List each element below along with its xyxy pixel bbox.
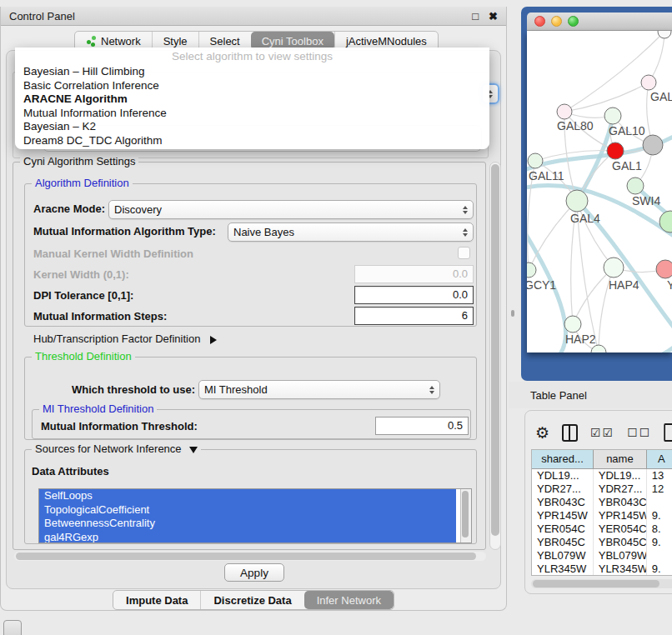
node-gal4[interactable] <box>566 190 588 212</box>
table-row[interactable]: YBR045CYBR045C9. <box>532 536 672 549</box>
edge[interactable] <box>564 82 649 112</box>
close-traffic-button[interactable] <box>534 16 545 27</box>
node-gal[interactable] <box>641 75 656 90</box>
node-hap2[interactable] <box>564 316 581 332</box>
node-unlabeled[interactable] <box>643 135 663 155</box>
close-icon[interactable]: ✖ <box>489 10 498 22</box>
collapsed-arrow-icon <box>210 336 217 344</box>
node-swi4[interactable] <box>627 178 644 194</box>
table-row[interactable]: YPR145WYPR145W9. <box>532 509 672 522</box>
table-panel: ⚙ ☑☑ ☐☐ shared...nameA YDL19...YDL19...1… <box>524 410 672 594</box>
cyni-settings-legend: Cyni Algorithm Settings <box>20 155 138 168</box>
which-threshold-select[interactable]: MI Threshold <box>198 380 440 399</box>
table-cell: YBR043C <box>532 496 594 509</box>
threshold-definition-legend: Threshold Definition <box>32 350 135 362</box>
settings-horizontal-scrollbar[interactable] <box>14 552 486 561</box>
zoom-traffic-button[interactable] <box>568 16 579 27</box>
split-columns-icon[interactable] <box>562 424 578 442</box>
node-label: GAL1 <box>612 159 642 172</box>
page-icon[interactable] <box>664 423 672 442</box>
attribute-item[interactable]: TopologicalCoefficient <box>39 503 456 518</box>
table-cell: 8. <box>647 522 672 536</box>
algorithm-option[interactable]: Basic Correlation Inference <box>15 79 489 93</box>
tab-infer-network[interactable]: Infer Network <box>304 591 394 609</box>
mi-threshold-input[interactable]: 0.5 <box>375 417 469 435</box>
node-gal11[interactable] <box>528 153 543 168</box>
network-icon <box>86 36 96 46</box>
attribute-item[interactable]: SelfLoops <box>39 489 456 503</box>
mi-algorithm-type-label: Mutual Information Algorithm Type: <box>33 225 216 238</box>
table-cell: YER054C <box>594 522 647 536</box>
node-unlabeled[interactable] <box>591 345 606 352</box>
aracne-mode-select[interactable]: Discovery <box>108 200 474 219</box>
network-view-window: GALGAL80GAL10GAL1GAL11SWI4GAL4HAP4YGCY1H… <box>521 7 672 381</box>
algorithm-option[interactable]: Bayesian – Hill Climbing <box>15 65 489 79</box>
node-hap4[interactable] <box>604 258 624 278</box>
apply-button[interactable]: Apply <box>224 563 284 582</box>
table-cell: YDL19... <box>532 469 594 482</box>
gear-icon[interactable]: ⚙ <box>535 425 549 441</box>
hub-definition-toggle[interactable]: Hub/Transcription Factor Definition <box>33 332 217 345</box>
bottom-tabs: Impute DataDiscretize DataInfer Network <box>113 590 394 610</box>
table-cell: YBR045C <box>594 536 647 549</box>
manual-kernel-width-checkbox[interactable] <box>458 247 470 259</box>
table-cell: YDL19... <box>594 469 647 482</box>
data-attributes-list[interactable]: SelfLoopsTopologicalCoefficientBetweenne… <box>38 488 472 543</box>
edge[interactable] <box>599 341 672 352</box>
algorithm-option[interactable]: Mutual Information Inference <box>15 107 489 121</box>
algorithm-option[interactable]: Dream8 DC_TDC Algorithm <box>15 134 489 148</box>
tab-impute-data[interactable]: Impute Data <box>113 591 200 609</box>
control-panel-title: Control Panel <box>9 10 462 22</box>
minimize-traffic-button[interactable] <box>551 16 562 27</box>
table-row[interactable]: YBL079WYBL079W <box>532 549 672 562</box>
table-cell: YBR043C <box>594 496 647 509</box>
node-gcy1[interactable] <box>527 262 536 278</box>
edge[interactable] <box>573 268 614 324</box>
table-body: YDL19...YDL19...13YDR27...YDR27...12YBR0… <box>532 469 672 576</box>
node-unlabeled[interactable] <box>658 31 671 38</box>
bottom-tabs-wrap: Impute DataDiscretize DataInfer Network <box>1 590 506 610</box>
select-all-icon[interactable]: ☑☑ <box>590 426 614 439</box>
network-window-titlebar[interactable] <box>527 12 672 31</box>
attribute-item[interactable]: BetweennessCentrality <box>39 517 456 531</box>
node-gal80[interactable] <box>557 104 572 119</box>
node-label: HAP2 <box>565 332 596 346</box>
algorithm-option[interactable]: Bayesian – K2 <box>15 120 489 134</box>
column-header-a[interactable]: A <box>647 450 672 468</box>
tab-discretize-data[interactable]: Discretize Data <box>200 591 303 609</box>
node-gal10[interactable] <box>604 108 621 124</box>
desktop: Control Panel □ ✖ NetworkStyleSelectCyni… <box>0 0 672 635</box>
table-cell: 12 <box>647 482 672 496</box>
hub-definition-label: Hub/Transcription Factor Definition <box>33 332 200 345</box>
edge[interactable] <box>564 32 664 112</box>
mi-algorithm-type-select[interactable]: Naive Bayes <box>228 222 474 242</box>
network-canvas[interactable]: GALGAL80GAL10GAL1GAL11SWI4GAL4HAP4YGCY1H… <box>527 31 672 352</box>
node-gal1[interactable] <box>607 142 624 159</box>
algorithm-definition-legend: Algorithm Definition <box>32 177 133 189</box>
mi-steps-input[interactable]: 6 <box>354 307 474 325</box>
column-header-shared[interactable]: shared... <box>532 450 594 468</box>
docked-panel-icon[interactable] <box>3 620 22 635</box>
table-horizontal-scrollbar[interactable] <box>531 579 672 588</box>
table-row[interactable]: YDL19...YDL19...13 <box>532 469 672 482</box>
splitter-handle[interactable] <box>511 310 514 317</box>
column-header-name[interactable]: name <box>594 450 647 468</box>
float-icon[interactable]: □ <box>472 10 479 22</box>
attributes-scrollbar[interactable] <box>460 489 471 542</box>
algorithm-option[interactable]: ARACNE Algorithm <box>15 92 489 107</box>
dpi-tolerance-input[interactable]: 0.0 <box>354 286 474 304</box>
table-panel-titlebar: Table Panel <box>509 382 672 408</box>
sources-legend[interactable]: Sources for Network Inference <box>32 442 201 455</box>
table-row[interactable]: YER054CYER054C8. <box>532 522 672 536</box>
settings-vertical-scrollbar[interactable] <box>489 162 501 550</box>
mi-threshold-definition-group: MI Threshold Definition Mutual Informati… <box>32 409 471 439</box>
node-label: SWI4 <box>632 194 660 208</box>
table-row[interactable]: YBR043CYBR043C <box>532 496 672 509</box>
table-row[interactable]: YLR345WYLR345W9. <box>532 562 672 576</box>
table-row[interactable]: YDR27...YDR27...12 <box>532 482 672 496</box>
mi-threshold-label: Mutual Information Threshold: <box>41 420 198 432</box>
node-y[interactable] <box>656 260 672 278</box>
node-label: GAL10 <box>609 124 645 138</box>
deselect-all-icon[interactable]: ☐☐ <box>627 426 651 439</box>
attribute-item[interactable]: gal4RGexp <box>39 531 456 544</box>
